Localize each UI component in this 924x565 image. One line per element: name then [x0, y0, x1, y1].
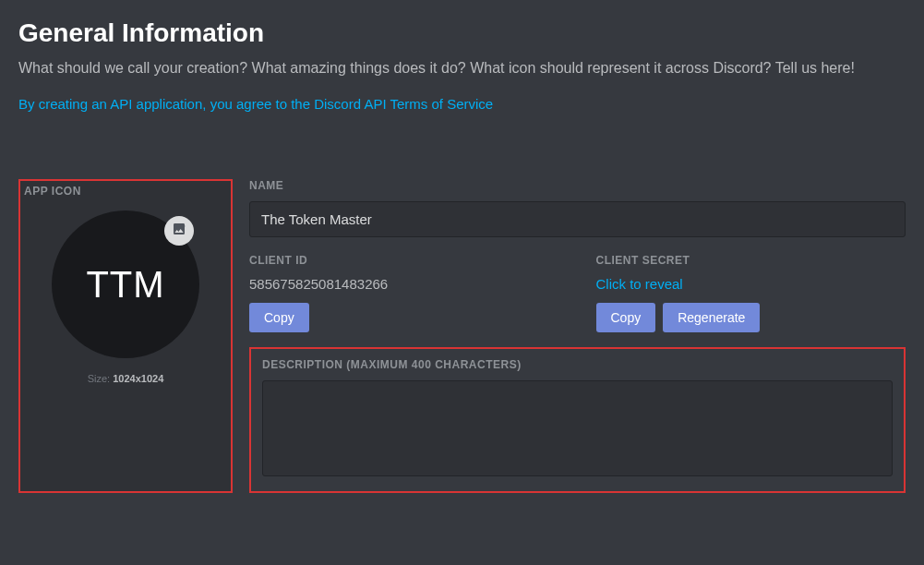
description-input[interactable]	[262, 380, 893, 476]
copy-secret-button[interactable]: Copy	[596, 303, 656, 332]
tos-link[interactable]: By creating an API application, you agre…	[18, 96, 493, 112]
page-subtitle: What should we call your creation? What …	[18, 57, 906, 79]
copy-client-id-button[interactable]: Copy	[249, 303, 309, 332]
name-input[interactable]	[249, 201, 906, 237]
app-icon-size: Size: 1024x1024	[30, 373, 222, 384]
upload-image-button[interactable]	[164, 216, 194, 246]
app-icon-panel: APP ICON TTM Size: 1024x1024	[18, 179, 233, 493]
client-secret-label: CLIENT SECRET	[596, 254, 906, 267]
app-icon-upload[interactable]: TTM	[52, 210, 199, 358]
description-panel: DESCRIPTION (MAXIMUM 400 CHARACTERS)	[249, 347, 906, 493]
app-icon-label: APP ICON	[24, 185, 222, 198]
page-title: General Information	[18, 18, 906, 48]
reveal-secret-link[interactable]: Click to reveal	[596, 276, 906, 292]
image-plus-icon	[172, 222, 186, 240]
regenerate-secret-button[interactable]: Regenerate	[663, 303, 760, 332]
description-label: DESCRIPTION (MAXIMUM 400 CHARACTERS)	[262, 358, 893, 371]
app-icon-initials: TTM	[86, 264, 164, 306]
client-id-value: 585675825081483266	[249, 276, 559, 292]
name-label: NAME	[249, 179, 906, 192]
client-id-label: CLIENT ID	[249, 254, 559, 267]
